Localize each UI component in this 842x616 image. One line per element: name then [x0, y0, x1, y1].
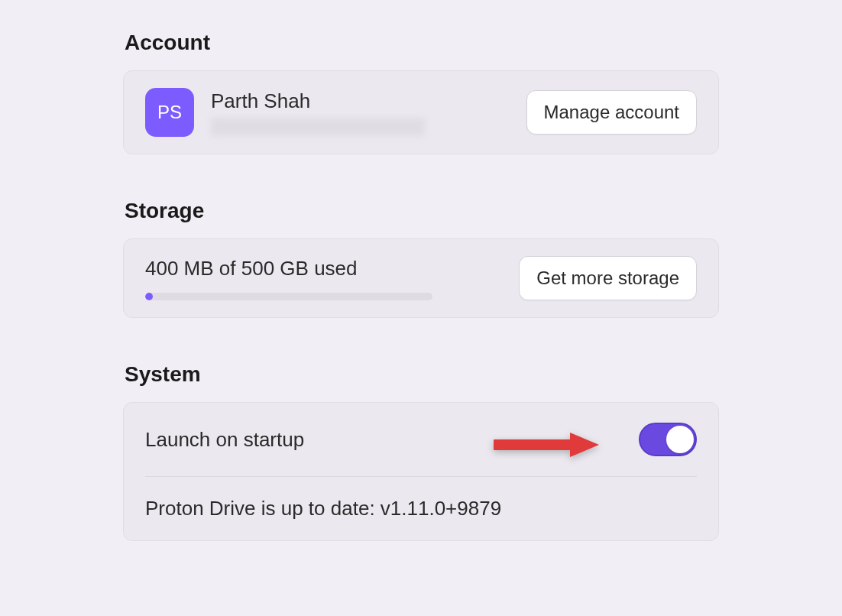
account-email-redacted — [211, 118, 425, 136]
account-info-group: PS Parth Shah — [145, 88, 425, 137]
arrow-annotation — [494, 428, 601, 451]
account-heading: Account — [123, 31, 719, 55]
version-text: Proton Drive is up to date: v1.11.0+9879 — [145, 497, 501, 520]
storage-heading: Storage — [123, 199, 719, 223]
toggle-wrapper — [494, 423, 697, 456]
storage-row: 400 MB of 500 GB used Get more storage — [145, 256, 697, 300]
account-info: Parth Shah — [211, 89, 425, 136]
version-row: Proton Drive is up to date: v1.11.0+9879 — [124, 477, 718, 540]
account-row: PS Parth Shah Manage account — [145, 88, 697, 137]
storage-progress-fill — [145, 293, 153, 300]
toggle-knob — [666, 426, 694, 453]
arrow-icon — [494, 428, 601, 462]
launch-startup-toggle[interactable] — [639, 423, 697, 456]
storage-card: 400 MB of 500 GB used Get more storage — [123, 238, 719, 318]
account-card: PS Parth Shah Manage account — [123, 70, 719, 154]
avatar-initials: PS — [157, 102, 182, 123]
system-card: Launch on startup Proton Drive is up to … — [123, 402, 719, 541]
storage-usage-text: 400 MB of 500 GB used — [145, 257, 432, 280]
avatar: PS — [145, 88, 194, 137]
storage-info: 400 MB of 500 GB used — [145, 257, 432, 300]
manage-account-button[interactable]: Manage account — [526, 90, 697, 135]
get-more-storage-button[interactable]: Get more storage — [519, 256, 697, 300]
storage-progress-bar — [145, 293, 432, 300]
system-heading: System — [123, 362, 719, 387]
launch-startup-row: Launch on startup — [124, 403, 718, 476]
account-name: Parth Shah — [211, 89, 425, 113]
launch-startup-label: Launch on startup — [145, 428, 304, 452]
